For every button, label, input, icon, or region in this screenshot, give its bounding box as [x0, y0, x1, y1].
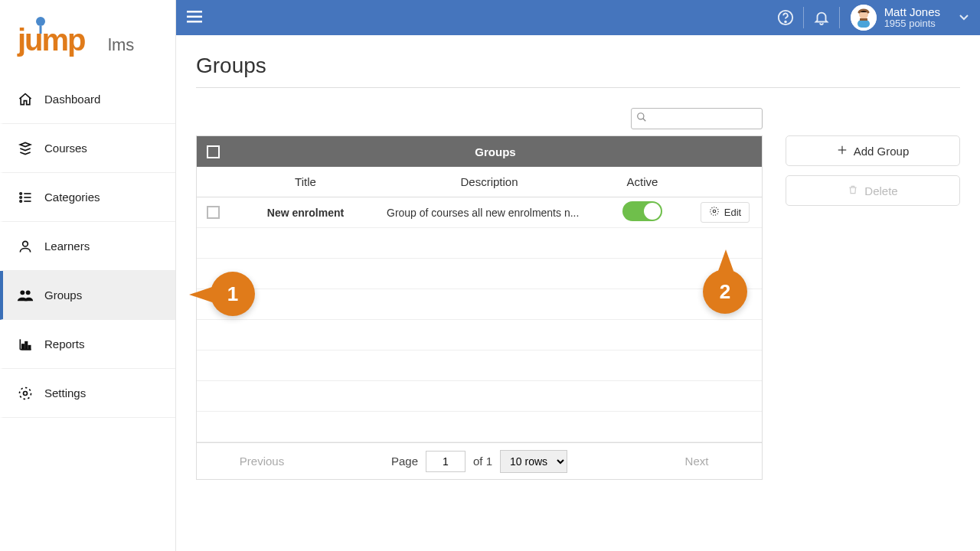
svg-point-32	[710, 207, 719, 216]
pagination: Previous Page of 1 10 rows Next	[196, 443, 763, 480]
trash-icon	[848, 184, 858, 197]
search-icon	[636, 112, 647, 126]
sidebar-item-label: Dashboard	[44, 93, 100, 106]
col-active[interactable]: Active	[596, 175, 688, 188]
svg-rect-20	[187, 11, 202, 13]
chevron-down-icon	[959, 11, 969, 24]
svg-rect-17	[28, 345, 30, 349]
sidebar-item-label: Groups	[44, 289, 82, 302]
active-toggle[interactable]	[622, 201, 662, 221]
table-row	[197, 259, 762, 289]
groups-table-wrap: Groups Title Description Active New enro…	[196, 108, 763, 480]
edit-label: Edit	[724, 207, 741, 218]
user-name: Matt Jones	[884, 5, 940, 18]
table-row: New enrolment Group of courses all new e…	[197, 197, 762, 228]
sidebar-item-learners[interactable]: Learners	[0, 222, 175, 271]
sidebar-item-dashboard[interactable]: Dashboard	[0, 75, 175, 124]
sidebar-nav: Dashboard Courses Categories Learners	[0, 75, 175, 418]
add-group-label: Add Group	[854, 145, 910, 158]
divider	[196, 87, 960, 88]
table-columns: Title Description Active	[197, 167, 762, 197]
page-of: of 1	[473, 455, 492, 468]
sidebar-item-label: Reports	[44, 337, 85, 350]
svg-point-11	[20, 290, 24, 295]
user-points: 1955 points	[884, 18, 940, 30]
svg-point-19	[20, 387, 31, 399]
svg-point-31	[713, 210, 716, 213]
rows-select[interactable]: 10 rows	[500, 450, 567, 473]
gear-icon	[709, 206, 720, 219]
page-input[interactable]	[426, 451, 466, 472]
sidebar-item-reports[interactable]: Reports	[0, 320, 175, 369]
page-label: Page	[391, 455, 418, 468]
bars-icon	[17, 336, 34, 353]
col-title[interactable]: Title	[229, 175, 382, 188]
row-description: Group of courses all new enrolments n...	[382, 207, 596, 219]
select-all-checkbox[interactable]	[207, 145, 220, 158]
prev-button[interactable]: Previous	[197, 455, 327, 468]
svg-rect-22	[187, 21, 202, 23]
stack-icon	[17, 140, 34, 157]
svg-rect-28	[860, 18, 867, 21]
annotation-callout-1: 1	[211, 272, 255, 316]
svg-rect-21	[187, 15, 202, 18]
sidebar-item-label: Settings	[44, 386, 86, 399]
list-icon	[17, 189, 34, 206]
svg-point-10	[23, 241, 28, 246]
delete-button[interactable]: Delete	[786, 175, 960, 206]
svg-point-12	[26, 290, 31, 295]
svg-text:jump: jump	[17, 23, 85, 57]
svg-rect-16	[25, 341, 28, 349]
sidebar-item-groups[interactable]: Groups	[0, 271, 175, 320]
table-title: Groups	[229, 145, 762, 158]
sidebar-item-settings[interactable]: Settings	[0, 369, 175, 418]
person-icon	[17, 238, 34, 255]
svg-point-6	[20, 196, 22, 198]
sidebar-item-label: Categories	[44, 191, 100, 204]
annotation-callout-2: 2	[703, 269, 747, 314]
svg-point-18	[24, 391, 28, 395]
table-row	[197, 228, 762, 259]
menu-toggle-icon[interactable]	[187, 9, 202, 27]
groups-table: Groups Title Description Active New enro…	[196, 135, 763, 443]
page-title: Groups	[196, 54, 960, 78]
col-description[interactable]: Description	[382, 175, 596, 188]
topbar: Matt Jones 1955 points	[176, 0, 980, 35]
search-input[interactable]	[647, 113, 757, 125]
gear-icon	[17, 385, 34, 402]
sidebar: jump lms Dashboard Courses Ca	[0, 0, 176, 551]
group-icon	[17, 287, 34, 304]
svg-text:lms: lms	[108, 35, 134, 54]
table-row	[197, 350, 762, 381]
row-checkbox[interactable]	[207, 206, 220, 219]
table-row	[197, 412, 762, 442]
user-menu[interactable]: Matt Jones 1955 points	[843, 5, 969, 31]
delete-label: Delete	[864, 184, 897, 197]
add-group-button[interactable]: Add Group	[786, 135, 960, 166]
search-input-wrap[interactable]	[631, 108, 763, 129]
svg-point-29	[638, 113, 644, 119]
svg-point-4	[20, 192, 22, 194]
help-icon[interactable]	[771, 0, 800, 35]
edit-button[interactable]: Edit	[701, 202, 750, 223]
svg-line-30	[643, 119, 646, 122]
main-area: Matt Jones 1955 points Groups	[176, 0, 980, 551]
avatar	[851, 5, 877, 31]
content: Groups Groups	[176, 35, 980, 551]
actions-column: Add Group Delete	[786, 108, 960, 206]
sidebar-item-categories[interactable]: Categories	[0, 173, 175, 222]
bell-icon[interactable]	[807, 0, 836, 35]
svg-point-8	[20, 200, 22, 202]
row-title: New enrolment	[229, 207, 382, 219]
home-icon	[17, 91, 34, 108]
next-button[interactable]: Next	[632, 455, 762, 468]
svg-rect-27	[858, 20, 870, 28]
brand-logo: jump lms	[0, 0, 175, 75]
svg-rect-15	[22, 344, 24, 350]
sidebar-item-label: Learners	[44, 240, 90, 253]
table-row	[197, 320, 762, 350]
sidebar-item-label: Courses	[44, 142, 87, 155]
sidebar-item-courses[interactable]: Courses	[0, 124, 175, 173]
svg-point-24	[785, 21, 786, 23]
table-row	[197, 381, 762, 412]
